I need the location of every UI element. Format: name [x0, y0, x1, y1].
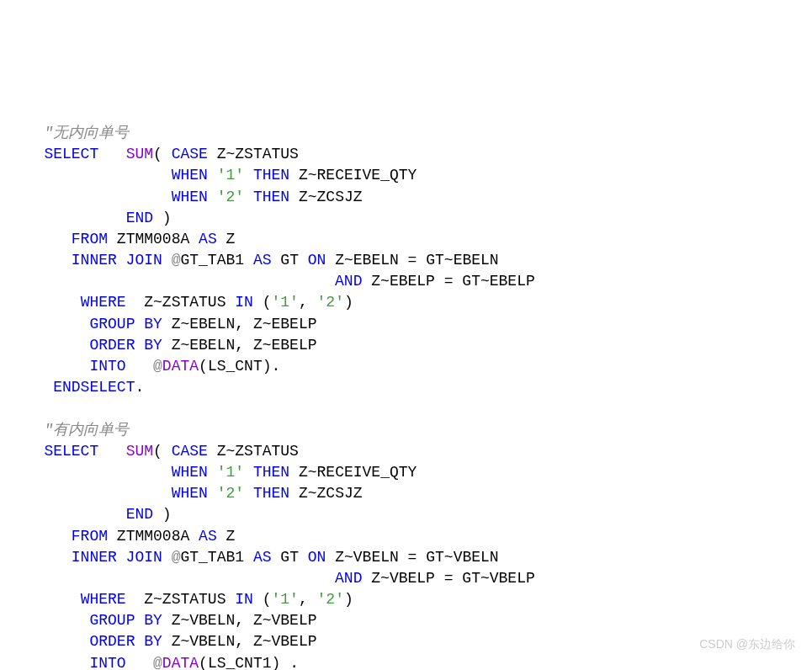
watermark: CSDN @东边给你 [699, 636, 795, 653]
f1: Z~EBELN [172, 337, 236, 354]
field: Z~EBELN [335, 252, 399, 269]
order-line: ORDER BY Z~EBELN, Z~EBELP [17, 337, 317, 354]
field: Z~VBELP [371, 570, 435, 587]
str-val: '1' [217, 167, 244, 183]
in-kw: IN [235, 294, 253, 311]
group-line: GROUP BY Z~EBELN, Z~EBELP [17, 316, 317, 332]
and-kw: AND [335, 273, 362, 290]
group-kw: GROUP BY [89, 612, 162, 629]
field: GT~EBELN [426, 252, 498, 269]
select-kw: SELECT [44, 443, 98, 460]
group-kw: GROUP BY [89, 316, 162, 332]
eq: = [408, 252, 417, 269]
period: . [272, 358, 281, 375]
at: @ [153, 358, 162, 375]
paren-close: ) [162, 210, 172, 226]
field: Z~ZCSJZ [299, 189, 363, 205]
data-kw: DATA [162, 358, 199, 375]
select-kw: SELECT [44, 146, 98, 162]
field: Z~ZSTATUS [217, 443, 299, 460]
when-line: WHEN '1' THEN Z~RECEIVE_QTY [17, 167, 417, 183]
alias: Z [226, 528, 236, 545]
f2: Z~EBELP [253, 316, 317, 332]
str-val: '2' [217, 189, 244, 205]
from-kw: FROM [72, 528, 108, 545]
str-val: '2' [217, 485, 244, 502]
into-kw: INTO [89, 358, 125, 375]
where-line: WHERE Z~ZSTATUS IN ('1', '2') [17, 591, 353, 608]
end-line: END ) [17, 506, 172, 523]
join-kw: INNER JOIN [72, 252, 162, 269]
paren: ) [263, 358, 272, 375]
case-kw: CASE [172, 443, 208, 460]
field: Z~RECEIVE_QTY [299, 464, 417, 481]
in-kw: IN [235, 591, 253, 608]
and-kw: AND [335, 570, 362, 587]
str-val: '1' [217, 464, 244, 481]
group-line: GROUP BY Z~VBELN, Z~VBELP [17, 612, 317, 629]
paren: ( [199, 655, 208, 670]
sum-kw: SUM [126, 146, 153, 162]
period: . [289, 655, 299, 670]
when-line: WHEN '1' THEN Z~RECEIVE_QTY [17, 464, 417, 481]
alias: Z [226, 231, 236, 247]
str: '1' [272, 591, 299, 608]
then-kw: THEN [253, 485, 289, 502]
eq: = [444, 273, 454, 290]
end-kw: END [126, 506, 153, 523]
paren-close: ) [162, 506, 172, 523]
str: '2' [317, 591, 344, 608]
comma: , [299, 294, 308, 311]
str: '2' [317, 294, 344, 311]
from-line: FROM ZTMM008A AS Z [17, 528, 235, 545]
period: . [135, 379, 144, 396]
at-sign: @ [172, 252, 181, 269]
paren: ( [263, 294, 272, 311]
endselect-kw: ENDSELECT [53, 379, 135, 396]
paren: ( [263, 591, 272, 608]
then-kw: THEN [253, 464, 289, 481]
comment1: "无内向单号 [44, 125, 129, 141]
paren-open: ( [153, 146, 172, 162]
str: '1' [272, 294, 299, 311]
field: GT~EBELP [462, 273, 534, 290]
paren: ) [344, 591, 353, 608]
f1: Z~EBELN [172, 316, 236, 332]
then-kw: THEN [253, 189, 289, 205]
from-kw: FROM [72, 231, 108, 247]
alias: GT [280, 252, 299, 269]
comma: , [235, 337, 244, 354]
and-line: AND Z~VBELP = GT~VBELP [17, 570, 535, 587]
comment2: "有内向单号 [44, 422, 129, 439]
case-kw: CASE [172, 146, 208, 162]
f1: Z~VBELN [172, 612, 236, 629]
on-kw: ON [308, 252, 326, 269]
field: Z~ZCSJZ [299, 485, 363, 502]
at-sign: @ [172, 549, 181, 566]
field: GT~VBELN [426, 549, 498, 566]
field: Z~EBELP [371, 273, 435, 290]
order-kw: ORDER BY [89, 633, 162, 650]
f1: Z~VBELN [172, 633, 236, 650]
paren-open: ( [153, 443, 172, 460]
comma: , [235, 612, 244, 629]
sum-kw: SUM [126, 443, 153, 460]
when-kw: WHEN [172, 189, 208, 205]
eq: = [408, 549, 417, 566]
field: Z~RECEIVE_QTY [299, 167, 417, 183]
field: GT~VBELP [462, 570, 534, 587]
as-kw: AS [199, 528, 217, 545]
end-line: END ) [17, 210, 172, 226]
comment-line: "有内向单号 [17, 422, 129, 439]
paren: ( [199, 358, 208, 375]
where-kw: WHERE [81, 294, 126, 311]
comma: , [299, 591, 308, 608]
where-line: WHERE Z~ZSTATUS IN ('1', '2') [17, 294, 353, 311]
tab: GT_TAB1 [180, 549, 244, 566]
comma: , [235, 316, 244, 332]
into-line: INTO @DATA(LS_CNT1) . [17, 655, 299, 670]
order-kw: ORDER BY [89, 337, 162, 354]
field: Z~ZSTATUS [217, 146, 299, 162]
join-line: INNER JOIN @GT_TAB1 AS GT ON Z~EBELN = G… [17, 252, 499, 269]
as-kw: AS [199, 231, 217, 247]
